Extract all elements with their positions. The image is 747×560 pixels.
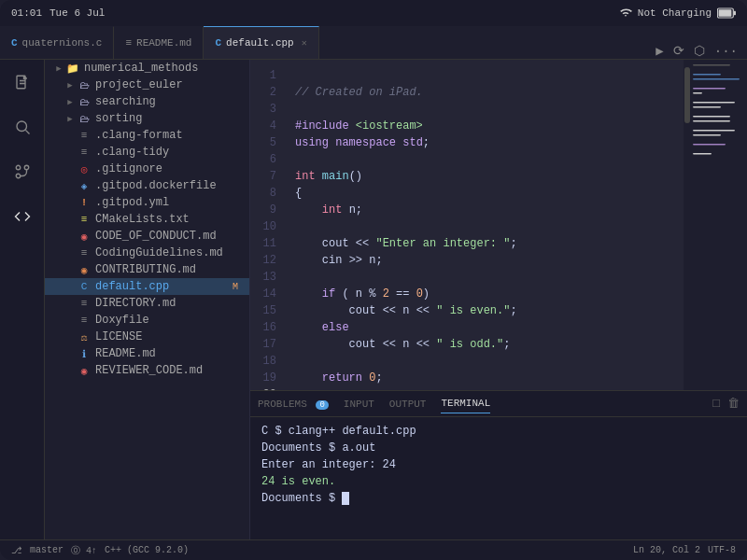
branch-name[interactable]: master (30, 545, 63, 555)
svg-rect-15 (693, 92, 702, 94)
code-content[interactable]: // Created on iPad. #include <iostream> … (284, 60, 684, 390)
battery-icon (717, 7, 736, 19)
statusbar-right: Ln 20, Col 2 UTF-8 (633, 545, 736, 555)
sidebar-item-cmakelists[interactable]: ▶ ≡ CMakeLists.txt (45, 211, 249, 228)
sidebar-label: Doxyfile (95, 314, 242, 327)
svg-rect-13 (693, 78, 740, 80)
topbar: 01:01 Tue 6 Jul Not Charging (0, 0, 747, 26)
sidebar-item-gitpod-yml[interactable]: ▶ ! .gitpod.yml (45, 194, 249, 211)
terminal-line-4: 24 is even. (261, 473, 736, 490)
file-icon: ◉ (77, 365, 92, 377)
tab-icon-md: ≡ (125, 37, 132, 49)
activity-search[interactable] (7, 112, 37, 142)
refresh-icon[interactable]: ⟳ (673, 43, 684, 59)
code-editor[interactable]: 1 2 3 4 5 6 7 8 9 10 11 12 13 14 (250, 60, 747, 390)
terminal-content[interactable]: C $ clang++ default.cpp Documents $ a.ou… (250, 417, 747, 539)
battery-label: Not Charging (638, 7, 712, 19)
sidebar-item-license[interactable]: ▶ ⚖ LICENSE (45, 329, 249, 345)
svg-line-7 (25, 130, 29, 133)
file-icon: ≡ (77, 147, 92, 158)
run-icon[interactable]: ▶ (655, 43, 663, 59)
tab-quaternions[interactable]: C quaternions.c (0, 26, 114, 59)
sidebar-label: .clang-tidy (95, 146, 242, 159)
sidebar-item-coding-guidelines[interactable]: ▶ ≡ CodingGuidelines.md (45, 245, 249, 261)
file-icon: ≡ (77, 315, 92, 326)
svg-rect-17 (693, 106, 721, 108)
file-icon: ℹ (77, 348, 92, 360)
sidebar-label: REVIEWER_CODE.md (95, 364, 242, 377)
sidebar-item-doxyfile[interactable]: ▶ ≡ Doxyfile (45, 312, 249, 329)
chevron-right-icon: ▶ (63, 97, 77, 107)
problems-badge: 0 (316, 400, 328, 410)
more-icon[interactable]: ··· (714, 44, 738, 59)
chevron-right-icon: ▶ (63, 80, 77, 91)
code-area: 1 2 3 4 5 6 7 8 9 10 11 12 13 14 (250, 60, 747, 390)
sidebar-label: project_euler (95, 78, 242, 91)
file-icon: ≡ (77, 214, 92, 225)
line-numbers: 1 2 3 4 5 6 7 8 9 10 11 12 13 14 (250, 60, 284, 390)
sidebar-label: .gitpod.yml (95, 196, 242, 209)
panel-tab-problems[interactable]: PROBLEMS 0 (258, 395, 329, 413)
sidebar-item-contributing[interactable]: ▶ ◉ CONTRIBUTING.md (45, 261, 249, 278)
sidebar-item-gitpod-dockerfile[interactable]: ▶ ◈ .gitpod.dockerfile (45, 177, 249, 194)
svg-point-8 (16, 174, 21, 178)
svg-point-10 (16, 165, 21, 170)
sidebar-item-sorting[interactable]: ▶ 🗁 sorting (45, 110, 249, 127)
sidebar-item-directory-md[interactable]: ▶ ≡ DIRECTORY.md (45, 295, 249, 312)
file-icon: ◎ (77, 163, 92, 175)
sidebar-item-readme-md[interactable]: ▶ ℹ README.md (45, 345, 249, 362)
file-icon: ! (77, 197, 92, 208)
terminal-line-1: C $ clang++ default.cpp (261, 423, 736, 440)
topbar-left: 01:01 Tue 6 Jul (11, 7, 105, 19)
modified-badge: M (233, 282, 242, 292)
sidebar-item-searching[interactable]: ▶ 🗁 searching (45, 93, 249, 110)
tab-icon-cpp: C (215, 37, 221, 49)
sidebar-label: searching (95, 95, 242, 108)
sidebar-item-numerical-methods[interactable]: ▶ 📁 numerical_methods (45, 60, 249, 77)
file-icon: ≡ (77, 130, 92, 141)
terminal-line-3: Enter an integer: 24 (261, 456, 736, 473)
sidebar: ▶ 📁 numerical_methods ▶ 🗁 project_euler … (45, 60, 250, 539)
sidebar-item-code-of-conduct[interactable]: ▶ ◉ CODE_OF_CONDUCT.md (45, 228, 249, 245)
tab-close-icon[interactable]: ✕ (302, 37, 307, 49)
file-cpp-icon: C (77, 281, 92, 292)
date: Tue 6 Jul (49, 7, 105, 19)
maximize-icon[interactable]: □ (712, 397, 720, 411)
activity-files[interactable] (7, 67, 37, 97)
main-area: ▶ 📁 numerical_methods ▶ 🗁 project_euler … (0, 60, 747, 539)
sidebar-label: DIRECTORY.md (95, 297, 242, 310)
sidebar-label: CodingGuidelines.md (95, 246, 242, 259)
tab-label-readme: README.md (136, 37, 191, 49)
panel-tab-input[interactable]: INPUT (344, 395, 374, 413)
editor-scrollbar[interactable] (684, 60, 691, 390)
sidebar-item-gitignore[interactable]: ▶ ◎ .gitignore (45, 161, 249, 177)
chevron-right-icon: ▶ (52, 63, 65, 74)
svg-rect-22 (693, 144, 726, 146)
wifi-icon (619, 7, 632, 21)
tabbar: C quaternions.c ≡ README.md C default.cp… (0, 26, 747, 60)
tab-icon-c: C (11, 37, 18, 49)
svg-rect-18 (693, 116, 730, 118)
svg-rect-11 (693, 64, 730, 66)
svg-rect-2 (734, 11, 736, 16)
sidebar-item-default-cpp[interactable]: ▶ C default.cpp M (45, 278, 249, 295)
sidebar-item-clang-tidy[interactable]: ▶ ≡ .clang-tidy (45, 144, 249, 161)
tab-readme[interactable]: ≡ README.md (114, 26, 204, 59)
encoding[interactable]: UTF-8 (708, 545, 736, 555)
activity-explorer[interactable] (7, 202, 37, 231)
activity-source-control[interactable] (7, 157, 37, 187)
panel-tab-terminal[interactable]: TERMINAL (441, 394, 490, 413)
sidebar-item-reviewer-code[interactable]: ▶ ◉ REVIEWER_CODE.md (45, 362, 249, 379)
sidebar-item-clang-format[interactable]: ▶ ≡ .clang-format (45, 127, 249, 144)
file-icon: ◈ (77, 180, 92, 192)
panel-tab-output[interactable]: OUTPUT (389, 395, 427, 413)
share-icon[interactable]: ⬡ (694, 43, 705, 59)
cursor-position[interactable]: Ln 20, Col 2 (633, 545, 700, 555)
trash-icon[interactable]: 🗑 (727, 397, 740, 411)
file-icon: ≡ (77, 298, 92, 309)
language[interactable]: C++ (GCC 9.2.0) (105, 545, 189, 555)
tab-default[interactable]: C default.cpp ✕ (204, 26, 318, 59)
sidebar-label: sorting (95, 112, 242, 125)
sidebar-item-project-euler[interactable]: ▶ 🗁 project_euler (45, 77, 249, 93)
tab-label-quaternions: quaternions.c (22, 37, 103, 49)
